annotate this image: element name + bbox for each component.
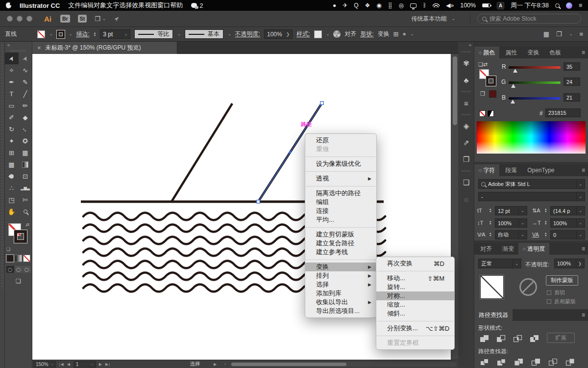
panel-tab[interactable]: ◇颜色 xyxy=(474,47,499,58)
app-menu-title[interactable]: Illustrator CC xyxy=(20,2,60,9)
panel-tab[interactable]: 变换 xyxy=(521,47,543,58)
menubar-item[interactable]: 窗口 xyxy=(157,1,170,9)
panel-menu-icon[interactable]: ≡ xyxy=(582,312,585,318)
bridge-button[interactable]: Br xyxy=(60,15,70,23)
layers-panel-icon[interactable]: ◈ xyxy=(458,118,474,134)
scroll-left-icon[interactable]: ‹ xyxy=(224,362,226,367)
submenu-item[interactable]: 缩放... xyxy=(376,300,454,309)
context-menu-item[interactable]: 导出所选项目... xyxy=(305,307,376,315)
context-menu-item[interactable]: 排列 ▶ xyxy=(305,271,376,280)
screen-record-icon[interactable]: ◉ xyxy=(376,2,381,9)
recolor-artwork-icon[interactable] xyxy=(333,30,341,38)
color-spectrum[interactable] xyxy=(477,121,586,154)
expand-panels-icon[interactable]: « xyxy=(458,42,474,49)
menubar-item[interactable]: 帮助 xyxy=(170,1,183,9)
context-menu-item[interactable]: 选择 ▶ xyxy=(305,280,376,289)
context-menu-item[interactable]: 设为像素级优化 xyxy=(305,159,376,168)
chevron-down-icon[interactable]: ⌄ xyxy=(576,207,582,215)
panel-tab[interactable]: 渐变 xyxy=(496,243,518,255)
first-artboard-button[interactable]: |◀ xyxy=(59,362,64,367)
clip-checkbox[interactable]: 剪切 xyxy=(547,289,565,296)
font-size-field[interactable]: 12 pt⌄ xyxy=(495,206,527,215)
artboards-panel-icon[interactable]: ❐ xyxy=(458,151,474,168)
chevron-down-icon[interactable]: ⌄ xyxy=(49,32,53,36)
chevron-down-icon[interactable]: ⌄ xyxy=(576,219,582,227)
app-circle-icon[interactable]: ◎ xyxy=(399,2,404,9)
context-menu-item[interactable]: 建立复合路径 xyxy=(305,239,376,248)
volume-icon[interactable]: ◀» xyxy=(446,2,454,9)
brush-definition-select[interactable]: 基本 xyxy=(185,29,223,39)
panel-tab[interactable]: ◇字符 xyxy=(474,164,499,176)
opacity-field[interactable]: 100%❯ xyxy=(554,259,585,268)
chevron-down-icon[interactable]: ⌄ xyxy=(576,180,582,188)
spotlight-icon[interactable] xyxy=(555,3,560,8)
style-swatch[interactable] xyxy=(314,30,322,38)
shape-builder-tool[interactable]: ⊞ xyxy=(5,147,19,158)
lasso-tool[interactable]: ∿ xyxy=(19,64,32,76)
dock-panels-icon[interactable]: ❐ xyxy=(556,30,562,38)
symbol-sprayer-tool[interactable]: ∴ xyxy=(5,182,19,194)
red-slider-track[interactable] xyxy=(509,66,561,69)
context-menu-item[interactable]: 连接 xyxy=(305,207,376,215)
divide-icon[interactable] xyxy=(478,357,491,367)
font-family-select[interactable]: Adobe 宋体 Std L ⌄ xyxy=(478,179,585,189)
black-white-swatch[interactable] xyxy=(488,110,494,117)
context-menu-item[interactable] xyxy=(306,227,376,228)
anchor-point[interactable] xyxy=(320,102,323,105)
exclude-icon[interactable] xyxy=(528,334,541,343)
chevron-down-icon[interactable]: ⌄ xyxy=(518,207,524,215)
perspective-grid-tool[interactable]: ▦ xyxy=(19,147,32,158)
none-swatch[interactable] xyxy=(479,110,486,117)
workspace-grid-icon[interactable]: ▦ xyxy=(543,30,549,38)
chevron-down-icon[interactable]: ⌄ xyxy=(569,32,573,36)
transform-label[interactable]: 变换 xyxy=(378,30,390,38)
outline-icon[interactable] xyxy=(547,357,560,367)
submenu-item[interactable]: 分别变换... ⌥⇧⌘D xyxy=(376,324,454,333)
menubar-item[interactable]: 效果 xyxy=(132,1,145,9)
chevron-down-icon[interactable]: ⌄ xyxy=(518,219,524,227)
menubar-clock[interactable]: 周一 下午8:38 xyxy=(511,1,549,10)
menubar-item[interactable]: 视图 xyxy=(145,1,157,9)
green-slider-thumb[interactable] xyxy=(511,84,515,88)
invert-mask-checkbox[interactable]: 反相蒙版 xyxy=(547,298,576,305)
chevron-down-icon[interactable]: ⌄ xyxy=(576,231,582,239)
window-minimize-button[interactable] xyxy=(17,16,23,22)
red-value-field[interactable]: 35 xyxy=(564,62,580,71)
submenu-item[interactable] xyxy=(377,336,454,336)
chevron-down-icon[interactable]: ⌄ xyxy=(122,30,128,38)
context-menu-item[interactable] xyxy=(306,171,376,172)
previous-artboard-button[interactable]: ◀ xyxy=(67,362,71,367)
menu-list-icon[interactable]: ≡ xyxy=(579,30,583,38)
submenu-item[interactable]: 对称... xyxy=(376,291,454,300)
chevron-down-icon[interactable]: ⌄ xyxy=(513,259,518,268)
chevron-down-icon[interactable]: ⌄ xyxy=(411,32,414,36)
menubar-item[interactable]: 文件 xyxy=(68,1,81,9)
width-tool[interactable]: ✦ xyxy=(5,135,19,147)
collapse-panel-icon[interactable]: « xyxy=(5,42,32,49)
app-dot-icon[interactable]: ● xyxy=(333,2,336,9)
submenu-item[interactable]: 重置定界框 xyxy=(376,339,454,347)
stroke-frame-swatch[interactable] xyxy=(486,76,496,86)
context-menu-item[interactable]: 透视 ▶ xyxy=(305,174,376,183)
red-slider-thumb[interactable] xyxy=(513,69,517,73)
leading-field[interactable]: (14.4 p⌄ xyxy=(550,206,585,215)
column-graph-tool[interactable]: ▂▆▃ xyxy=(19,182,32,194)
panel-menu-icon[interactable]: ≡ xyxy=(582,49,585,56)
window-close-button[interactable] xyxy=(7,16,13,22)
brushes-panel-icon[interactable]: ✾ xyxy=(458,55,474,72)
puppet-warp-tool[interactable]: ✪ xyxy=(19,135,32,147)
variable-width-profile-select[interactable]: 等比 xyxy=(134,29,173,39)
stock-button[interactable]: St xyxy=(78,15,87,23)
input-source-icon[interactable]: A xyxy=(497,2,504,9)
context-menu-item[interactable]: 建立剪切蒙版 xyxy=(305,230,376,239)
opacity-label[interactable]: 不透明度: xyxy=(235,30,260,38)
expand-button[interactable]: 扩展 xyxy=(547,333,575,343)
blue-slider-thumb[interactable] xyxy=(511,100,515,104)
fill-stroke-toggle-icon[interactable]: ❏⇄ xyxy=(478,61,488,68)
status-proxy-icon[interactable]: ▶ xyxy=(214,362,217,367)
context-menu-item[interactable] xyxy=(306,186,376,186)
minus-back-icon[interactable] xyxy=(564,357,577,367)
stepper-icon[interactable]: ▲▼ xyxy=(544,232,547,237)
menubar-item[interactable]: 编辑 xyxy=(81,1,94,9)
rectangle-tool[interactable]: ▭ xyxy=(5,100,19,111)
